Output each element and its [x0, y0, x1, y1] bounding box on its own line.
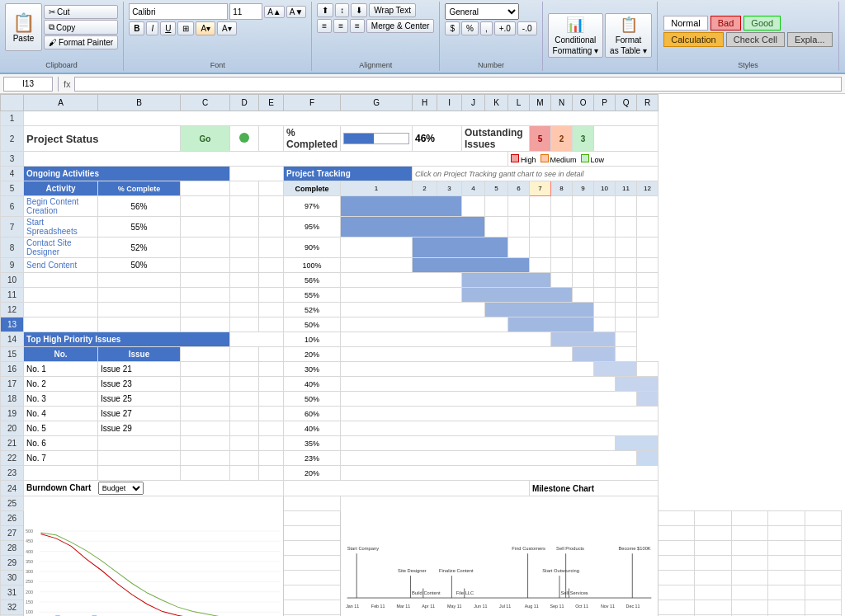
svg-text:Jun 11: Jun 11	[474, 604, 487, 609]
comma-button[interactable]: ,	[480, 21, 493, 35]
svg-text:Finalize Content: Finalize Content	[439, 568, 474, 573]
cond-format-group: 📊 Conditional Formatting ▾ 📋 Format as T…	[543, 2, 658, 71]
table-row: 14 Top High Priority Issues 10%	[1, 332, 842, 347]
style-bad-button[interactable]: Bad	[710, 16, 742, 31]
spreadsheet-table: A B C D E F G H I J K L M N O P Q R	[0, 94, 842, 616]
alignment-label: Alignment	[359, 59, 392, 69]
number-label: Number	[478, 59, 504, 69]
svg-text:450: 450	[26, 538, 33, 543]
legend-med-label: Medium	[550, 156, 577, 164]
format-as-table-button[interactable]: 📋 Format as Table ▾	[605, 13, 652, 58]
paste-button[interactable]: 📋 Paste	[5, 3, 42, 51]
svg-text:100: 100	[26, 609, 33, 614]
svg-text:Build Content: Build Content	[412, 590, 441, 595]
style-check-cell-button[interactable]: Check Cell	[726, 32, 785, 47]
ribbon: 📋 Paste ✂Cut ⧉Copy 🖌Format Painter Clipb…	[0, 0, 845, 74]
font-label: Font	[210, 59, 225, 69]
col-header-p[interactable]: P	[594, 95, 616, 111]
fill-color-button[interactable]: A▾	[196, 21, 215, 35]
cut-button[interactable]: ✂Cut	[44, 5, 118, 19]
svg-text:300: 300	[26, 569, 33, 574]
table-row: 21 No. 6 35%	[1, 436, 842, 451]
font-shrink-button[interactable]: A▼	[286, 6, 307, 18]
table-row: 18 No. 3Issue 25 50%	[1, 392, 842, 407]
table-row: 9 Send Content 50% 100%	[1, 258, 842, 273]
col-header-r[interactable]: R	[637, 95, 659, 111]
formula-input[interactable]	[74, 77, 842, 92]
italic-button[interactable]: I	[146, 21, 158, 35]
wrap-text-button[interactable]: Wrap Text	[369, 3, 416, 17]
table-row: 19 No. 4Issue 27 60%	[1, 407, 842, 421]
table-row: 10 56%	[1, 273, 842, 288]
table-row: 4 Ongoing Activities Project Tracking Cl…	[1, 167, 842, 181]
font-size-input[interactable]	[229, 3, 262, 20]
status-dot	[239, 133, 249, 143]
svg-text:Find Customers: Find Customers	[512, 546, 545, 551]
table-row: 3 High Medium Low	[1, 152, 842, 167]
legend-high-label: High	[521, 156, 536, 164]
svg-text:Start Company: Start Company	[347, 546, 379, 551]
style-normal-button[interactable]: Normal	[663, 16, 707, 31]
percent-button[interactable]: %	[461, 21, 479, 35]
style-explanatory-button[interactable]: Expla...	[787, 32, 833, 47]
col-header-g[interactable]: G	[341, 95, 413, 111]
col-header-k[interactable]: K	[485, 95, 508, 111]
align-center-button[interactable]: ≡	[333, 19, 348, 33]
burndown-chart-label: Burndown Chart	[26, 483, 91, 492]
fx-label: fx	[64, 79, 71, 89]
conditional-formatting-button[interactable]: 📊 Conditional Formatting ▾	[548, 13, 604, 58]
alignment-group: ⬆ ↕ ⬇ Wrap Text ≡ ≡ ≡ Merge & Center Ali…	[312, 2, 440, 71]
legend-low-label: Low	[591, 156, 605, 164]
col-header-o[interactable]: O	[573, 95, 594, 111]
bold-button[interactable]: B	[129, 21, 144, 35]
copy-button[interactable]: ⧉Copy	[44, 20, 118, 35]
format-painter-button[interactable]: 🖌Format Painter	[44, 35, 118, 49]
table-row: 12 52%	[1, 303, 842, 317]
col-header-b[interactable]: B	[98, 95, 181, 111]
table-row: 5 Activity % Complete Complete 1 2 3 4 5…	[1, 181, 842, 196]
table-row: 15 No. Issue 20%	[1, 347, 842, 362]
svg-text:File LLC: File LLC	[456, 590, 474, 595]
style-calculation-button[interactable]: Calculation	[663, 32, 723, 47]
pct-bar	[343, 133, 409, 144]
svg-text:Start Outsourcing: Start Outsourcing	[542, 568, 579, 573]
clipboard-label: Clipboard	[45, 59, 78, 69]
table-row: 17 No. 2Issue 23 40%	[1, 377, 842, 392]
decimal-decrease-button[interactable]: -.0	[517, 21, 537, 35]
currency-button[interactable]: $	[445, 21, 460, 35]
col-header-q[interactable]: Q	[616, 95, 637, 111]
col-header-i[interactable]: I	[437, 95, 462, 111]
border-button[interactable]: ⊞	[177, 21, 194, 35]
number-format-select[interactable]: General	[445, 3, 519, 20]
col-header-e[interactable]: E	[259, 95, 284, 111]
col-header-n[interactable]: N	[551, 95, 573, 111]
formula-divider	[58, 77, 59, 92]
underline-button[interactable]: U	[160, 21, 176, 35]
col-header-l[interactable]: L	[508, 95, 530, 111]
align-bottom-button[interactable]: ⬇	[351, 3, 367, 17]
merge-center-button[interactable]: Merge & Center	[366, 19, 435, 33]
table-row: 1	[1, 111, 842, 126]
col-header-f[interactable]: F	[284, 95, 341, 111]
col-header-d[interactable]: D	[230, 95, 259, 111]
font-grow-button[interactable]: A▲	[264, 6, 285, 18]
align-top-button[interactable]: ⬆	[317, 3, 333, 17]
font-color-button[interactable]: A▾	[217, 21, 237, 35]
col-header-m[interactable]: M	[530, 95, 551, 111]
col-header-a[interactable]: A	[24, 95, 98, 111]
burndown-dropdown[interactable]: Budget	[98, 482, 144, 495]
table-row: 11 55%	[1, 288, 842, 303]
col-header-c[interactable]: C	[181, 95, 230, 111]
col-header-j[interactable]: J	[462, 95, 485, 111]
svg-text:350: 350	[26, 559, 33, 564]
col-header-h[interactable]: H	[413, 95, 437, 111]
align-left-button[interactable]: ≡	[317, 19, 332, 33]
align-right-button[interactable]: ≡	[350, 19, 365, 33]
align-middle-button[interactable]: ↕	[335, 3, 349, 17]
styles-label: Styles	[738, 59, 758, 69]
name-box[interactable]	[3, 77, 53, 92]
style-good-button[interactable]: Good	[744, 16, 781, 31]
svg-text:Sep 11: Sep 11	[550, 604, 564, 609]
decimal-increase-button[interactable]: +.0	[494, 21, 516, 35]
font-name-input[interactable]	[129, 3, 228, 20]
